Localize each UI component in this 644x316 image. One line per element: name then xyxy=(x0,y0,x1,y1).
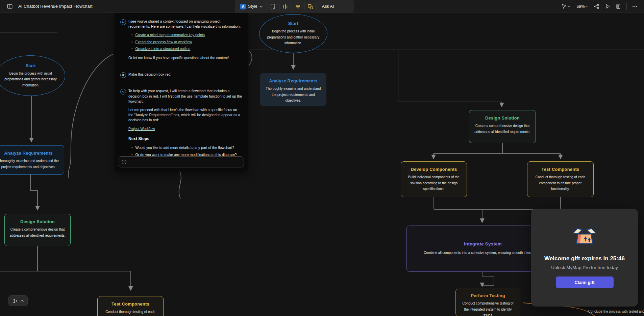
top-bar: AI Chatbot Revenue Impact Flowchart A St… xyxy=(0,0,644,13)
sidebar-toggle-button[interactable] xyxy=(5,2,14,11)
node-perform[interactable]: Perform Testing Conduct comprehensive te… xyxy=(455,289,520,316)
toolbar-divider xyxy=(292,3,292,10)
toolbar-divider xyxy=(279,3,279,10)
list-item: • Extract the process flow or workflow xyxy=(131,40,243,45)
node-desc: Conduct thorough testing of each compone… xyxy=(532,174,589,192)
list-item: • Organize it into a structured outline xyxy=(131,46,243,52)
next-steps-list: • Would you like to add more details to … xyxy=(131,145,243,157)
node-desc: Begin the process with initial preparati… xyxy=(266,28,320,46)
node-title: Design Solution xyxy=(20,219,55,224)
chat-text: Or let me know if you have specific ques… xyxy=(128,55,243,60)
plus-circle-icon[interactable] xyxy=(122,159,127,164)
template-icon xyxy=(270,3,276,10)
node-desc: Begin the process with initial preparati… xyxy=(4,71,58,88)
toolbar-divider xyxy=(267,3,267,10)
node-title: Analyze Requirements xyxy=(4,151,52,156)
node-desc: Build individual components of the solut… xyxy=(406,174,462,192)
bullet-icon: • xyxy=(131,33,133,38)
bullet-icon: • xyxy=(131,47,133,52)
node-start-center[interactable]: Start Begin the process with initial pre… xyxy=(259,14,327,53)
welcome-gift-popup: Welcome gift expires in 25:46 Unlock MyM… xyxy=(531,209,638,307)
node-title: Analyze Requirements xyxy=(269,78,317,83)
shapes-icon xyxy=(307,3,314,10)
zoom-level: 68% xyxy=(576,4,585,9)
node-design-left[interactable]: Design Solution Create a comprehensive d… xyxy=(4,214,71,246)
chat-text: Let me proceed with that.Here's the flow… xyxy=(128,107,243,123)
node-conclude-partial[interactable]: Conclude the process with tested and int… xyxy=(587,309,644,316)
zoom-control[interactable]: 68% xyxy=(574,2,590,11)
cursor-tool-icon xyxy=(561,3,567,9)
node-design-right[interactable]: Design Solution Create a comprehensive d… xyxy=(469,110,536,143)
cursor-tool-button[interactable] xyxy=(559,2,572,11)
right-toolbar: 68% xyxy=(559,0,639,13)
ask-ai-button[interactable]: Ask AI xyxy=(319,4,337,9)
more-icon xyxy=(632,3,638,9)
chevron-down-icon xyxy=(567,5,570,7)
suggestion-link[interactable]: Create a mind map to summarize key point… xyxy=(135,32,205,37)
chevron-down-icon xyxy=(259,5,263,8)
chat-text: I see you've shared a context focused on… xyxy=(128,19,243,29)
more-button[interactable] xyxy=(630,2,639,11)
node-title: Perform Testing xyxy=(471,293,505,298)
promo-title: Welcome gift expires in 25:46 xyxy=(544,255,625,262)
sidebar-toggle-icon xyxy=(7,3,13,9)
suggestion-link[interactable]: Extract the process flow or workflow xyxy=(135,40,192,45)
suggestion-link[interactable]: Organize it into a structured outline xyxy=(135,46,191,51)
chart-icon xyxy=(282,3,289,10)
node-title: Develop Components xyxy=(411,167,457,172)
chart-button[interactable] xyxy=(281,2,290,11)
project-workflow-link[interactable]: Project Workflow xyxy=(128,127,155,131)
template-button[interactable] xyxy=(269,2,277,11)
play-icon xyxy=(604,3,611,9)
chevron-up-icon[interactable] xyxy=(20,299,24,302)
node-desc: Thoroughly examine and understand the pr… xyxy=(0,158,59,170)
shapes-button[interactable] xyxy=(306,2,315,11)
node-desc: Conduct comprehensive testing of the int… xyxy=(461,300,515,316)
present-button[interactable] xyxy=(603,2,612,11)
node-test-left[interactable]: Test Components Conduct thorough testing… xyxy=(97,296,164,316)
node-develop[interactable]: Develop Components Build individual comp… xyxy=(401,161,467,197)
node-test-right[interactable]: Test Components Conduct thorough testing… xyxy=(527,161,594,197)
node-desc: Create a comprehensive design that addre… xyxy=(474,123,531,135)
chevron-down-icon xyxy=(585,5,588,7)
toolbar-divider xyxy=(317,3,317,10)
chat-text: To help with your request, I will create… xyxy=(128,88,243,104)
ai-avatar: AI xyxy=(120,19,126,25)
style-label: Style xyxy=(248,4,257,9)
center-toolbar: A Style xyxy=(235,0,354,13)
document-title: AI Chatbot Revenue Impact Flowchart xyxy=(18,4,93,9)
notes-button[interactable] xyxy=(614,2,623,11)
style-button[interactable]: A Style xyxy=(238,4,265,9)
claim-gift-button[interactable]: Claim gift xyxy=(556,276,614,288)
node-analyze-center[interactable]: Analyze Requirements Thoroughly examine … xyxy=(260,73,326,106)
chat-message-user: F Make this decision box red. xyxy=(120,72,243,80)
node-desc: Combine all components into a cohesive s… xyxy=(424,250,542,256)
bullet-icon: • xyxy=(131,146,133,151)
chat-message-ai: AI I see you've shared a context focused… xyxy=(120,19,243,64)
text-tool-popover[interactable] xyxy=(8,295,28,306)
user-avatar: F xyxy=(120,72,126,78)
node-desc: Create a comprehensive design that addre… xyxy=(9,227,66,238)
next-steps-heading: Next Steps xyxy=(128,136,243,142)
gift-box-icon xyxy=(572,226,597,245)
share-button[interactable] xyxy=(592,2,601,11)
outline-button[interactable] xyxy=(294,2,302,11)
ai-chat-panel: AI I see you've shared a context focused… xyxy=(115,13,248,172)
notes-icon xyxy=(615,3,621,9)
ai-avatar: AI xyxy=(120,89,126,95)
bullet-icon: • xyxy=(131,40,133,45)
node-title: Integrate System xyxy=(464,241,502,246)
node-analyze-left[interactable]: Analyze Requirements Thoroughly examine … xyxy=(0,145,64,175)
chat-input[interactable] xyxy=(118,156,244,167)
share-icon xyxy=(594,3,600,9)
node-title: Test Components xyxy=(542,167,579,172)
toolbar-divider xyxy=(304,3,304,10)
app-root: Start Begin the process with initial pre… xyxy=(0,0,644,316)
node-desc: Thoroughly examine and understand the pr… xyxy=(265,86,321,104)
node-title: Start xyxy=(288,21,299,26)
chat-text: Make this decision box red. xyxy=(128,72,243,77)
chat-message-ai: AI To help with your request, I will cre… xyxy=(120,88,243,161)
outline-icon xyxy=(295,3,301,10)
style-badge-icon: A xyxy=(240,4,246,9)
promo-subtitle: Unlock MyMap Pro for free today xyxy=(551,265,618,270)
